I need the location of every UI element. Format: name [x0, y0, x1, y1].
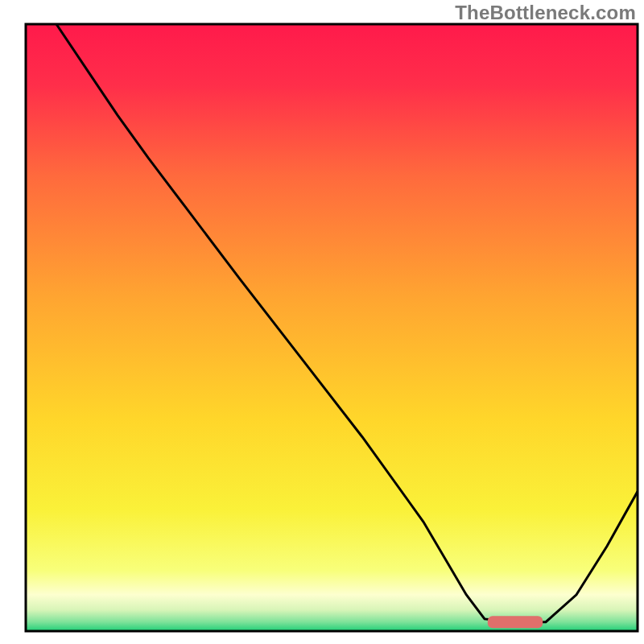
watermark-text: TheBottleneck.com: [455, 2, 636, 24]
sweet-spot-marker: [488, 616, 543, 628]
bottleneck-chart: [0, 0, 644, 644]
chart-stage: TheBottleneck.com: [0, 0, 644, 644]
